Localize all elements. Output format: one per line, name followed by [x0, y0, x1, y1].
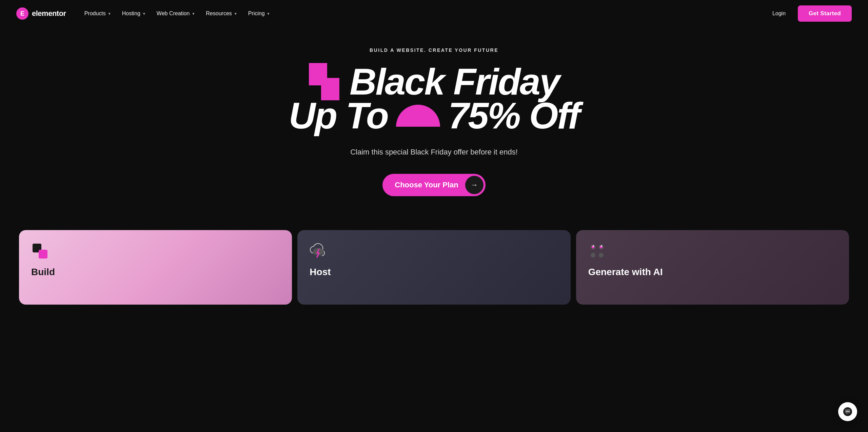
host-icon	[310, 242, 327, 260]
chevron-down-icon: ▼	[142, 12, 146, 16]
nav-item-products[interactable]: Products ▼	[80, 8, 116, 19]
card-ai[interactable]: Generate with AI	[576, 230, 849, 305]
chevron-down-icon: ▼	[108, 12, 111, 16]
card-build[interactable]: Build	[19, 230, 292, 305]
card-host[interactable]: Host	[297, 230, 570, 305]
login-button[interactable]: Login	[767, 8, 791, 19]
svg-point-10	[846, 411, 847, 412]
hero-arch-icon	[396, 105, 440, 127]
hero-line2: Up To 75% Off	[289, 97, 579, 134]
chevron-down-icon: ▼	[234, 12, 237, 16]
logo-icon: E	[16, 7, 28, 20]
choose-plan-button[interactable]: Choose Your Plan →	[382, 174, 485, 196]
hero-title-percent: 75% Off	[448, 97, 579, 134]
nav-item-resources[interactable]: Resources ▼	[201, 8, 242, 19]
svg-point-11	[847, 411, 848, 412]
hero-eyebrow: BUILD A WEBSITE. CREATE YOUR FUTURE	[370, 47, 498, 53]
chevron-down-icon: ▼	[192, 12, 195, 16]
svg-point-12	[849, 411, 850, 412]
card-build-label: Build	[31, 267, 280, 277]
nav-left: E elementor Products ▼ Hosting ▼ Web Cre…	[16, 7, 275, 20]
arrow-right-icon: →	[465, 176, 484, 194]
build-icon	[31, 242, 49, 260]
svg-rect-1	[39, 250, 47, 259]
nav-link-products[interactable]: Products ▼	[80, 8, 116, 19]
logo[interactable]: E elementor	[16, 7, 66, 20]
logo-name: elementor	[32, 9, 66, 18]
card-host-label: Host	[310, 267, 558, 277]
card-ai-label: Generate with AI	[588, 267, 837, 277]
navbar: E elementor Products ▼ Hosting ▼ Web Cre…	[0, 0, 868, 27]
hero-title-up-to: Up To	[289, 97, 388, 134]
choose-plan-label: Choose Your Plan	[395, 181, 458, 189]
chevron-down-icon: ▼	[267, 12, 270, 16]
nav-links: Products ▼ Hosting ▼ Web Creation ▼ Reso…	[80, 8, 275, 19]
nav-link-hosting[interactable]: Hosting ▼	[117, 8, 151, 19]
chat-support-button[interactable]	[838, 402, 857, 421]
nav-right: Login Get Started	[767, 5, 852, 22]
svg-point-6	[599, 253, 604, 258]
nav-link-resources[interactable]: Resources ▼	[201, 8, 242, 19]
nav-item-hosting[interactable]: Hosting ▼	[117, 8, 151, 19]
nav-link-web-creation[interactable]: Web Creation ▼	[152, 8, 200, 19]
hero-subtitle: Claim this special Black Friday offer be…	[350, 146, 518, 158]
nav-item-web-creation[interactable]: Web Creation ▼	[152, 8, 200, 19]
get-started-button[interactable]: Get Started	[798, 5, 852, 22]
svg-point-5	[591, 253, 595, 258]
cards-section: Build Host	[0, 230, 868, 305]
ai-icon	[588, 242, 606, 260]
hero-title-wrapper: Black Friday Up To 75% Off	[289, 63, 579, 134]
nav-item-pricing[interactable]: Pricing ▼	[243, 8, 275, 19]
nav-link-pricing[interactable]: Pricing ▼	[243, 8, 275, 19]
hero-section: BUILD A WEBSITE. CREATE YOUR FUTURE Blac…	[0, 27, 868, 223]
